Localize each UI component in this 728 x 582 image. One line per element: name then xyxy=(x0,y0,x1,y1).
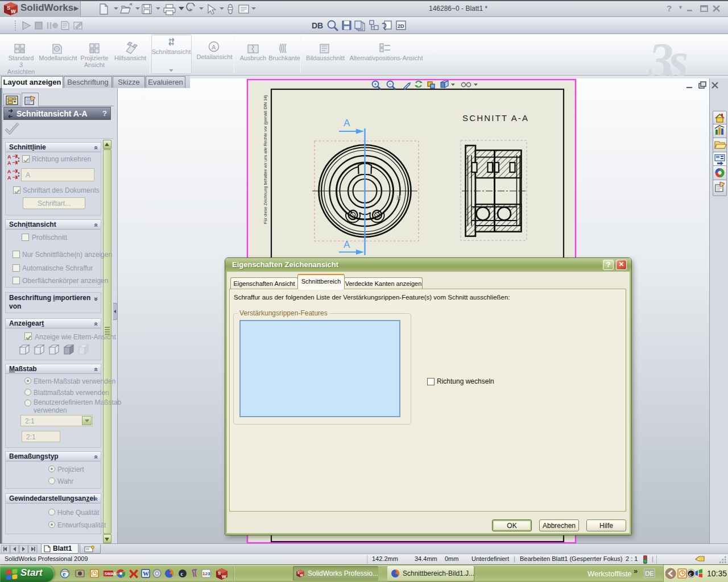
svg-text:Für diese Zeichnung behalten w: Für diese Zeichnung behalten wir uns all… xyxy=(263,95,268,224)
svg-text:SCHNITT A-A: SCHNITT A-A xyxy=(462,113,529,123)
svg-text:123: 123 xyxy=(202,571,210,576)
svg-text:A: A xyxy=(212,44,216,51)
svg-text:A: A xyxy=(7,154,11,160)
svg-text:S: S xyxy=(7,5,10,11)
svg-text:W: W xyxy=(222,574,226,579)
svg-text:S: S xyxy=(218,571,221,576)
svg-text:W: W xyxy=(143,570,149,577)
svg-text:S: S xyxy=(297,571,300,575)
svg-text:W: W xyxy=(11,9,16,14)
svg-text:W: W xyxy=(300,573,303,577)
svg-text:A: A xyxy=(7,169,11,174)
svg-text:A: A xyxy=(344,118,350,128)
svg-text:SWAS: SWAS xyxy=(105,572,117,576)
svg-text:c: c xyxy=(689,571,692,577)
svg-text:A: A xyxy=(7,175,11,180)
svg-text:c: c xyxy=(181,571,184,577)
svg-text:2D: 2D xyxy=(398,23,404,29)
svg-text:DB: DB xyxy=(312,21,323,30)
svg-text:A: A xyxy=(7,160,11,165)
svg-text:A: A xyxy=(344,239,350,250)
